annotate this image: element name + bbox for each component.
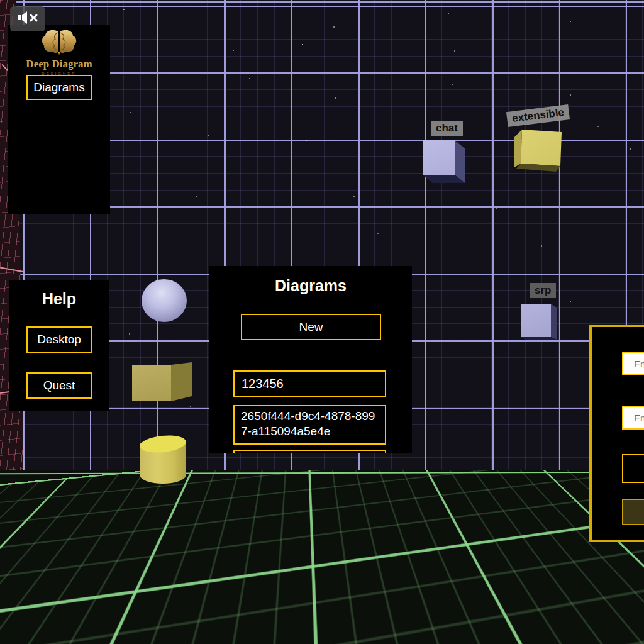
help-panel: Help Desktop Quest: [9, 280, 109, 411]
mute-button[interactable]: [10, 6, 45, 31]
brain-logo-icon: [8, 29, 110, 58]
desktop-button[interactable]: Desktop: [26, 326, 92, 353]
cylinder-object[interactable]: [140, 436, 186, 486]
form-input-2[interactable]: Enter: [622, 406, 644, 430]
form-field-dark[interactable]: [622, 454, 644, 483]
brand-title: Deep Diagram: [8, 58, 110, 70]
extensible-cube-object[interactable]: [514, 126, 565, 174]
clipped-field[interactable]: [233, 450, 386, 453]
floor-grid: [0, 470, 644, 562]
diagrams-button[interactable]: Diagrams: [26, 75, 92, 100]
chat-cube-object[interactable]: [423, 140, 467, 185]
new-diagram-button[interactable]: New: [241, 314, 381, 340]
sphere-object[interactable]: [142, 279, 187, 322]
diagrams-panel: Diagrams New 123456 2650f444-d9c4-4878-8…: [209, 266, 412, 453]
diagram-id-field[interactable]: 2650f444-d9c4-4878-8997-a115094a5e4e: [233, 405, 386, 445]
form-field-olive[interactable]: [622, 499, 644, 525]
brand-panel: Deep Diagram DESIGNER Diagrams: [8, 25, 110, 214]
yellow-cube-object[interactable]: [131, 362, 192, 402]
quest-button[interactable]: Quest: [26, 372, 92, 399]
speaker-muted-icon: [16, 10, 39, 28]
srp-label: srp: [530, 283, 556, 298]
vr-scene: chat extensible srp: [0, 0, 644, 644]
diagrams-title: Diagrams: [209, 266, 412, 295]
form-panel: Enter Enter: [589, 325, 644, 542]
form-input-1[interactable]: Enter: [622, 352, 644, 375]
chat-label: chat: [431, 121, 463, 136]
session-code-field[interactable]: 123456: [233, 370, 386, 397]
srp-cube-object[interactable]: [521, 303, 558, 341]
help-title: Help: [9, 280, 109, 308]
